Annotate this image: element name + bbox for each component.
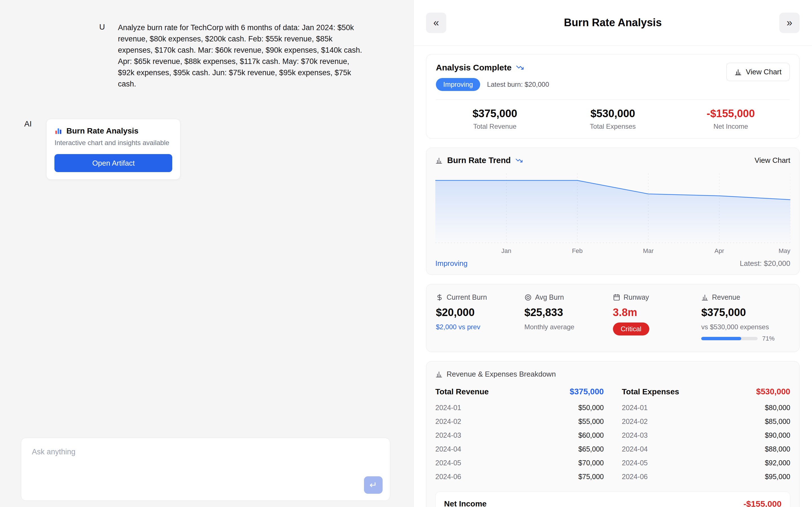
artifact-panel: « Burn Rate Analysis » Analysis Complete	[413, 0, 812, 507]
breakdown-row-month: 2024-06	[622, 473, 648, 481]
breakdown-title: Revenue & Expenses Breakdown	[447, 370, 556, 379]
breakdown-row-value: $90,000	[765, 431, 790, 439]
revenue-column-total: $375,000	[570, 387, 604, 396]
revenue-column-header: Total Revenue $375,000	[435, 387, 604, 401]
chart-area-fill	[435, 180, 790, 244]
breakdown-row-month: 2024-02	[435, 417, 461, 426]
breakdown-row-value: $60,000	[578, 431, 604, 439]
revenue-column-name: Total Revenue	[435, 387, 489, 396]
revenue-progress-track	[701, 337, 758, 340]
expenses-column-header: Total Expenses $530,000	[622, 387, 791, 401]
summary-title: Analysis Complete	[436, 63, 511, 72]
table-row: 2024-03 $90,000	[622, 429, 791, 442]
trend-card-footer: Improving Latest: $20,000	[435, 259, 790, 268]
table-row: 2024-04 $88,000	[622, 442, 791, 456]
net-income-label: Net Income	[672, 122, 790, 130]
chat-input[interactable]	[21, 438, 390, 480]
breakdown-row-month: 2024-02	[622, 417, 648, 426]
avg-burn-metric: Avg Burn $25,833 Monthly average	[524, 293, 613, 342]
table-row: 2024-06 $95,000	[622, 470, 791, 484]
breakdown-row-value: $85,000	[765, 417, 790, 426]
target-icon	[524, 294, 532, 301]
table-row: 2024-06 $75,000	[435, 470, 604, 484]
table-row: 2024-01 $80,000	[622, 401, 791, 414]
breakdown-row-value: $70,000	[578, 459, 604, 467]
artifact-header: « Burn Rate Analysis »	[414, 0, 812, 46]
breakdown-row-value: $55,000	[578, 417, 604, 426]
chat-panel: U Analyze burn rate for TechCorp with 6 …	[0, 0, 413, 507]
total-expenses-value: $530,000	[554, 108, 672, 120]
total-revenue-value: $375,000	[436, 108, 554, 120]
chart-x-label: May	[778, 247, 790, 255]
revenue-label: Revenue	[712, 293, 740, 301]
net-income-box-label: Net Income	[444, 499, 487, 507]
ai-avatar: AI	[24, 119, 32, 180]
breakdown-revenue-rows: 2024-01 $50,000 2024-02 $55,000 2024-03 …	[435, 401, 604, 484]
expenses-column-total: $530,000	[756, 387, 790, 396]
breakdown-row-month: 2024-06	[435, 473, 461, 481]
expenses-column-name: Total Expenses	[622, 387, 679, 396]
artifact-body: Analysis Complete Improving Latest burn:…	[414, 46, 812, 507]
bar-chart-icon	[435, 157, 443, 164]
user-message-text: Analyze burn rate for TechCorp with 6 mo…	[118, 22, 366, 90]
table-row: 2024-04 $65,000	[435, 442, 604, 456]
breakdown-row-month: 2024-03	[622, 431, 648, 439]
net-income-box-value: -$155,000	[744, 499, 781, 507]
breakdown-row-value: $88,000	[765, 445, 790, 453]
trending-down-icon	[515, 157, 523, 164]
revenue-metric: Revenue $375,000 vs $530,000 expenses 71…	[701, 293, 790, 342]
artifact-preview-card: Burn Rate Analysis Interactive chart and…	[46, 119, 181, 180]
user-avatar: U	[99, 22, 105, 90]
improving-badge: Improving	[436, 78, 480, 91]
artifact-card-subtitle: Interactive chart and insights available	[54, 139, 172, 147]
artifact-card-title: Burn Rate Analysis	[66, 126, 139, 135]
analysis-summary-card: Analysis Complete Improving Latest burn:…	[426, 54, 800, 138]
table-row: 2024-01 $50,000	[435, 401, 604, 414]
current-burn-label: Current Burn	[447, 293, 487, 301]
collapse-panel-button[interactable]: «	[426, 13, 446, 33]
runway-value: 3.8m	[613, 306, 702, 319]
expenses-column: Total Expenses $530,000 2024-01 $80,000 …	[622, 387, 791, 484]
total-revenue-stat: $375,000 Total Revenue	[436, 108, 554, 130]
breakdown-row-value: $65,000	[578, 445, 604, 453]
expand-panel-button[interactable]: »	[779, 13, 800, 33]
return-arrow-icon: ↵	[370, 480, 377, 490]
burn-rate-trend-card: Burn Rate Trend View Chart	[426, 148, 800, 275]
latest-burn-text: Latest burn: $20,000	[487, 80, 549, 89]
current-burn-metric: Current Burn $20,000 $2,000 vs prev	[436, 293, 524, 342]
runway-metric: Runway 3.8m Critical	[613, 293, 702, 342]
current-burn-label-row: Current Burn	[436, 293, 524, 301]
breakdown-row-month: 2024-01	[435, 404, 461, 412]
summary-badge-row: Improving Latest burn: $20,000	[436, 78, 549, 91]
calendar-icon	[613, 294, 620, 301]
app-root: U Analyze burn rate for TechCorp with 6 …	[0, 0, 812, 507]
net-income-stat: -$155,000 Net Income	[672, 108, 790, 130]
view-chart-button[interactable]: View Chart	[726, 63, 790, 81]
breakdown-row-value: $50,000	[578, 404, 604, 412]
send-button[interactable]: ↵	[364, 476, 383, 494]
breakdown-grid: Total Revenue $375,000 2024-01 $50,000 2…	[435, 387, 790, 484]
avg-burn-label-row: Avg Burn	[524, 293, 613, 301]
critical-badge: Critical	[613, 323, 649, 335]
trend-status: Improving	[435, 259, 467, 268]
artifact-card-header: Burn Rate Analysis	[54, 126, 172, 135]
dollar-icon	[436, 294, 443, 301]
current-burn-value: $20,000	[436, 306, 524, 319]
breakdown-row-month: 2024-05	[622, 459, 648, 467]
revenue-progress-row: 71%	[701, 335, 790, 342]
view-chart-label: View Chart	[746, 68, 781, 76]
avg-burn-value: $25,833	[524, 306, 613, 319]
composer: ↵	[21, 438, 390, 501]
chevrons-right-icon: »	[786, 17, 792, 29]
avg-burn-sub: Monthly average	[524, 323, 613, 331]
summary-title-row: Analysis Complete	[436, 63, 549, 72]
runway-label-row: Runway	[613, 293, 702, 301]
chart-plot	[435, 172, 790, 244]
ai-message-row: AI Burn Rate Analysis Interactive chart …	[0, 119, 413, 180]
bar-chart-icon	[734, 68, 742, 76]
trend-view-chart-button[interactable]: View Chart	[755, 156, 790, 165]
chart-x-label: Apr	[714, 247, 724, 255]
burn-trend-chart-svg	[435, 172, 790, 244]
table-row: 2024-02 $85,000	[622, 414, 791, 429]
open-artifact-button[interactable]: Open Artifact	[54, 154, 172, 172]
